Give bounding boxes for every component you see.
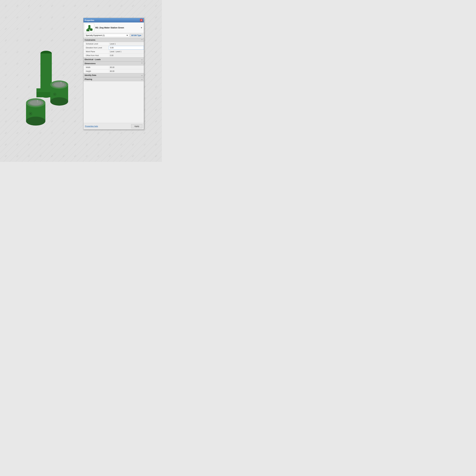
watermark-cell: RD xyxy=(148,148,162,162)
svg-point-15 xyxy=(50,97,68,106)
phasing-chevron: ⌄ xyxy=(141,78,143,80)
width-value: 95.00 xyxy=(109,66,144,69)
height-value: 80.00 xyxy=(109,70,144,73)
properties-help-link[interactable]: Properties help xyxy=(85,125,98,127)
electrical-loads-section-header[interactable]: Electrical - Loads ⌄ xyxy=(84,57,144,61)
svg-point-33 xyxy=(90,30,93,31)
empty-panel-area xyxy=(84,81,144,123)
svg-point-24 xyxy=(54,94,55,95)
phasing-section-header[interactable]: Phasing ⌄ xyxy=(84,77,144,81)
schedule-level-value: Level 1 xyxy=(109,42,144,46)
identity-data-chevron: ⌄ xyxy=(141,74,143,76)
height-label: Height xyxy=(84,70,109,73)
family-dropdown-arrow[interactable]: ▼ xyxy=(140,26,143,29)
family-name: RD_Dog Water Station Green xyxy=(95,26,139,29)
dimensions-chevron: ⌃ xyxy=(141,63,143,65)
edit-type-button[interactable]: ⊞ Edit Type xyxy=(130,34,143,37)
elevation-from-level-row: Elevation from Level 0.00 xyxy=(84,46,144,50)
identity-data-section-header[interactable]: Identity Data ⌄ xyxy=(84,73,144,77)
elevation-from-level-value[interactable]: 0.00 xyxy=(109,46,144,50)
constraints-chevron: ⌃ xyxy=(141,39,143,41)
constraints-label: Constraints xyxy=(85,39,95,41)
edit-type-label: Edit Type xyxy=(134,34,141,36)
type-dropdown-arrow: ▼ xyxy=(126,34,128,36)
svg-point-12 xyxy=(37,100,38,101)
model-svg xyxy=(7,29,82,133)
panel-title: Properties xyxy=(85,19,94,21)
model-viewport xyxy=(0,0,89,162)
edit-type-icon: ⊞ xyxy=(131,34,133,36)
type-dropdown[interactable]: Specialty Equipment (1) ▼ xyxy=(85,34,129,37)
type-dropdown-label: Specialty Equipment (1) xyxy=(86,34,104,36)
constraints-section-header[interactable]: Constraints ⌃ xyxy=(84,38,144,42)
electrical-loads-label: Electrical - Loads xyxy=(85,58,101,61)
electrical-loads-chevron: ⌄ xyxy=(141,58,143,61)
phasing-label: Phasing xyxy=(85,78,92,80)
svg-point-20 xyxy=(60,82,62,82)
dimensions-section-header[interactable]: Dimensions ⌃ xyxy=(84,61,144,66)
offset-from-host-row: Offset from Host 0.00 xyxy=(84,53,144,57)
svg-point-7 xyxy=(26,117,45,126)
family-icon-svg xyxy=(85,24,93,31)
work-plane-label: Work Plane xyxy=(84,50,109,53)
elevation-from-level-label: Elevation from Level xyxy=(84,46,109,49)
offset-from-host-value: 0.00 xyxy=(109,54,144,57)
apply-button[interactable]: Apply xyxy=(131,124,142,128)
svg-rect-11 xyxy=(37,101,38,103)
dimensions-label: Dimensions xyxy=(85,62,96,65)
family-icon-box xyxy=(85,23,94,32)
work-plane-value: Level : Level 1 xyxy=(109,50,144,53)
svg-rect-19 xyxy=(61,82,61,85)
height-row: Height 80.00 xyxy=(84,69,144,73)
type-selector-row: Specialty Equipment (1) ▼ ⊞ Edit Type xyxy=(84,33,144,38)
work-plane-row: Work Plane Level : Level 1 xyxy=(84,50,144,53)
svg-point-10 xyxy=(30,101,42,105)
panel-close-button[interactable]: ✕ xyxy=(140,19,143,22)
width-row: Width 95.00 xyxy=(84,66,144,69)
width-label: Width xyxy=(84,66,109,69)
family-header: RD_Dog Water Station Green ▼ xyxy=(84,22,144,33)
svg-point-22 xyxy=(30,113,31,114)
panel-titlebar: Properties ✕ xyxy=(84,18,144,22)
properties-panel: Properties ✕ RD_Dog Water Station Green … xyxy=(83,18,144,130)
identity-data-label: Identity Data xyxy=(85,74,96,76)
svg-point-18 xyxy=(54,82,65,87)
schedule-level-row: Schedule Level Level 1 xyxy=(84,42,144,46)
offset-from-host-label: Offset from Host xyxy=(84,54,109,57)
panel-footer: Properties help Apply xyxy=(84,123,144,129)
schedule-level-label: Schedule Level xyxy=(84,42,109,46)
